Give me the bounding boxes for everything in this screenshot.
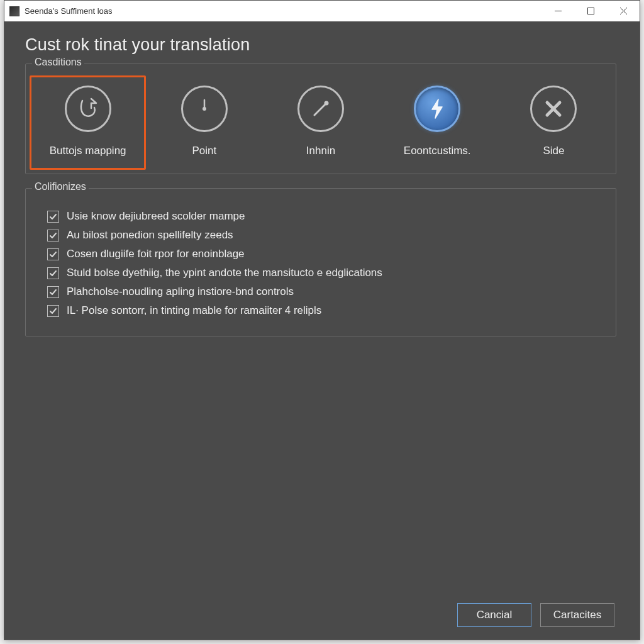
- options-group: Colifionizes Usie know dejiubreed scolde…: [25, 188, 616, 336]
- check-icon: [49, 307, 57, 315]
- option-row-0: Usie know dejiubreed scolder mampe: [47, 210, 606, 223]
- option-row-3: Stuld bolse dyethiig, the ypint andote t…: [47, 267, 606, 279]
- category-label: Buttojs mapping: [50, 145, 126, 157]
- svg-point-7: [325, 101, 329, 106]
- option-label[interactable]: Au bilost ponedion spellifelty zeeds: [67, 229, 233, 242]
- category-item-1[interactable]: Point: [146, 75, 262, 170]
- maximize-icon: [587, 8, 594, 14]
- category-item-0[interactable]: Buttojs mapping: [30, 75, 146, 170]
- check-icon: [49, 213, 57, 221]
- option-row-4: Plahcholse-noudling apling instiore-bnd …: [47, 286, 606, 298]
- check-icon: [49, 288, 57, 296]
- category-label: Point: [192, 145, 216, 157]
- option-label[interactable]: Plahcholse-noudling apling instiore-bnd …: [67, 286, 294, 298]
- page-title: Cust rok tinat your translation: [25, 35, 616, 55]
- option-label[interactable]: IL· Polse sontorr, in tinting mable for …: [67, 304, 321, 317]
- checkbox-0[interactable]: [47, 211, 59, 223]
- main-content: Cust rok tinat your translation Casditio…: [4, 21, 640, 363]
- app-window: Seenda's Suffiment loas Cust rok tinat y…: [4, 0, 640, 640]
- bolt-icon: [425, 97, 449, 121]
- clock-icon: [191, 96, 218, 122]
- cross-icon-ring: [530, 86, 577, 132]
- category-item-4[interactable]: Side: [496, 75, 612, 170]
- cross-icon: [541, 96, 566, 121]
- window-title: Seenda's Suffiment loas: [25, 6, 113, 16]
- clock-icon-ring: [181, 86, 228, 132]
- dialog-footer: Cancial Cartacites: [457, 603, 614, 627]
- options-list: Usie know dejiubreed scolder mampeAu bil…: [30, 200, 612, 332]
- pointer-icon: [75, 96, 101, 122]
- categories-group: Casditions Buttojs mappingPointInhninEoo…: [25, 64, 616, 174]
- minimize-icon: [555, 8, 562, 14]
- maximize-button[interactable]: [574, 1, 607, 21]
- checkbox-2[interactable]: [47, 248, 59, 260]
- close-icon: [620, 8, 627, 14]
- line-icon-ring: [297, 86, 344, 132]
- categories-row: Buttojs mappingPointInhninEoontcustims.S…: [30, 75, 612, 170]
- cancel-button[interactable]: Cancial: [457, 603, 531, 627]
- check-icon: [49, 231, 57, 240]
- titlebar: Seenda's Suffiment loas: [4, 1, 640, 21]
- category-item-3[interactable]: Eoontcustims.: [379, 75, 496, 170]
- close-button[interactable]: [607, 1, 640, 21]
- window-controls: [541, 1, 640, 21]
- option-row-5: IL· Polse sontorr, in tinting mable for …: [47, 304, 606, 317]
- option-label[interactable]: Cosen dlugiife foit rpor for enoinblage: [67, 248, 245, 260]
- category-label: Inhnin: [306, 145, 335, 157]
- bolt-icon-ring: [414, 86, 460, 132]
- minimize-button[interactable]: [541, 1, 574, 21]
- svg-rect-1: [587, 8, 594, 14]
- option-label[interactable]: Usie know dejiubreed scolder mampe: [67, 210, 245, 223]
- checkbox-1[interactable]: [47, 230, 59, 242]
- confirm-button[interactable]: Cartacites: [540, 603, 614, 627]
- line-icon: [308, 96, 334, 122]
- titlebar-left: Seenda's Suffiment loas: [9, 6, 113, 16]
- check-icon: [49, 250, 57, 258]
- options-legend: Colifionizes: [32, 181, 89, 192]
- categories-legend: Casditions: [32, 57, 84, 68]
- category-label: Eoontcustims.: [404, 145, 471, 157]
- option-label[interactable]: Stuld bolse dyethiig, the ypint andote t…: [67, 267, 382, 279]
- category-label: Side: [543, 145, 564, 157]
- option-row-2: Cosen dlugiife foit rpor for enoinblage: [47, 248, 606, 260]
- checkbox-3[interactable]: [47, 267, 59, 279]
- category-item-2[interactable]: Inhnin: [262, 75, 379, 170]
- svg-point-5: [203, 107, 206, 111]
- pointer-icon-ring: [65, 86, 111, 132]
- option-row-1: Au bilost ponedion spellifelty zeeds: [47, 229, 606, 242]
- checkbox-5[interactable]: [47, 305, 59, 317]
- check-icon: [49, 269, 57, 277]
- checkbox-4[interactable]: [47, 286, 59, 298]
- app-icon: [9, 6, 19, 16]
